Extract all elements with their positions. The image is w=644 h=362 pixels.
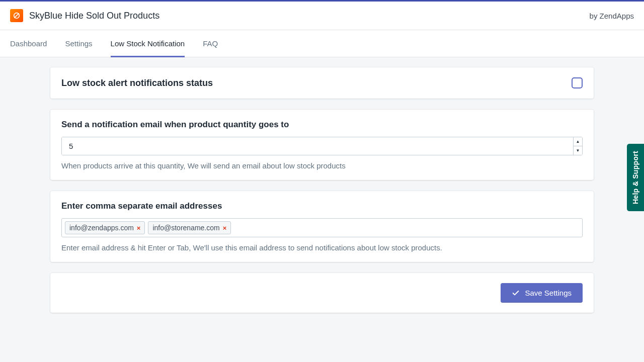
emails-tag-input[interactable]: info@zendapps.com × info@storename.com × — [61, 218, 583, 237]
remove-tag-icon[interactable]: × — [137, 224, 141, 232]
tab-low-stock-notification[interactable]: Low Stock Notification — [111, 30, 185, 57]
app-title: SkyBlue Hide Sold Out Products — [29, 11, 590, 21]
threshold-card: Send a notification email when product q… — [50, 110, 594, 180]
status-title: Low stock alert notifications status — [61, 78, 213, 88]
app-header: SkyBlue Hide Sold Out Products by ZendAp… — [0, 2, 644, 30]
app-logo-icon — [10, 9, 23, 22]
save-button-label: Save Settings — [525, 289, 572, 297]
spinner-up-button[interactable]: ▲ — [574, 137, 582, 146]
tab-dashboard[interactable]: Dashboard — [10, 30, 47, 57]
page-content: Low stock alert notifications status Sen… — [0, 57, 644, 334]
save-settings-button[interactable]: Save Settings — [501, 283, 583, 303]
check-icon — [512, 289, 520, 297]
emails-text-input[interactable] — [234, 222, 579, 234]
emails-card: Enter comma separate email addresses inf… — [50, 191, 594, 262]
email-tag-label: info@storename.com — [152, 224, 219, 232]
tab-settings[interactable]: Settings — [65, 30, 92, 57]
tab-faq[interactable]: FAQ — [203, 30, 218, 57]
threshold-hint: When products arrive at this quantity, W… — [61, 161, 583, 170]
remove-tag-icon[interactable]: × — [223, 224, 227, 232]
status-toggle[interactable] — [572, 77, 583, 88]
threshold-spinner: ▲ ▼ — [61, 137, 583, 155]
spinner-down-button[interactable]: ▼ — [574, 146, 582, 155]
status-card: Low stock alert notifications status — [50, 67, 594, 99]
threshold-input[interactable] — [62, 137, 573, 155]
spinner-controls: ▲ ▼ — [573, 137, 582, 155]
emails-hint: Enter email address & hit Enter or Tab, … — [61, 243, 583, 252]
help-support-tab[interactable]: Help & Support — [627, 144, 644, 211]
email-tag-label: info@zendapps.com — [69, 224, 134, 232]
nav-tabs: Dashboard Settings Low Stock Notificatio… — [0, 30, 644, 57]
threshold-title: Send a notification email when product q… — [61, 120, 583, 130]
app-author: by ZendApps — [590, 12, 634, 20]
email-tag: info@zendapps.com × — [65, 221, 145, 234]
emails-title: Enter comma separate email addresses — [61, 201, 583, 211]
save-card: Save Settings — [50, 273, 594, 313]
email-tag: info@storename.com × — [148, 221, 231, 234]
